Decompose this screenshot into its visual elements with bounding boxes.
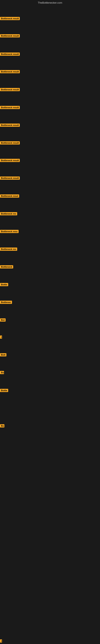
bottleneck-badge-16[interactable]: Bottle [0, 283, 8, 286]
bottleneck-result-row-21: Bo [0, 371, 4, 375]
bottleneck-badge-13[interactable]: Bottleneck resu [0, 230, 19, 233]
bottleneck-badge-9[interactable]: Bottleneck result [0, 159, 20, 162]
bottleneck-result-row-35: | [0, 639, 2, 644]
bottleneck-result-row-16: Bottle [0, 283, 8, 287]
bottleneck-result-row-14: Bottleneck res [0, 248, 17, 252]
bottleneck-badge-14[interactable]: Bottleneck res [0, 248, 17, 251]
bottleneck-badge-1[interactable]: Bottleneck result [0, 17, 20, 20]
bottleneck-badge-8[interactable]: Bottleneck result [0, 141, 20, 144]
bottleneck-badge-24[interactable]: Bo [0, 424, 4, 428]
bottleneck-result-row-1: Bottleneck result [0, 17, 20, 21]
bottleneck-result-row-12: Bottleneck res [0, 212, 17, 216]
bottleneck-result-row-17: Bottlenec [0, 301, 12, 305]
bottleneck-badge-18[interactable]: Bot [0, 318, 6, 322]
bottleneck-result-row-6: Bottleneck result [0, 106, 20, 110]
bottleneck-badge-21[interactable]: Bo [0, 371, 4, 374]
bottleneck-badge-19[interactable]: | [0, 336, 2, 339]
bottleneck-badge-22[interactable]: Bottle [0, 389, 8, 392]
bottleneck-badge-2[interactable]: Bottleneck result [0, 34, 20, 38]
bottleneck-result-row-18: Bot [0, 318, 6, 322]
bottleneck-result-row-5: Bottleneck result [0, 88, 20, 92]
bottleneck-badge-7[interactable]: Bottleneck result [0, 124, 20, 127]
bottleneck-badge-15[interactable]: Bottleneck [0, 265, 13, 268]
bottleneck-badge-35[interactable]: | [0, 639, 2, 642]
bottleneck-badge-6[interactable]: Bottleneck result [0, 106, 20, 109]
bottleneck-result-row-22: Bottle [0, 389, 8, 393]
bottleneck-result-row-3: Bottleneck result [0, 52, 20, 56]
bottleneck-result-row-4: Bottleneck result [0, 70, 20, 74]
bottleneck-result-row-8: Bottleneck result [0, 141, 20, 145]
bottleneck-result-row-15: Bottleneck [0, 265, 13, 269]
bottleneck-badge-5[interactable]: Bottleneck result [0, 88, 20, 91]
bottleneck-badge-20[interactable]: Bott [0, 353, 6, 356]
bottleneck-result-row-19: | [0, 336, 2, 340]
bottleneck-result-row-7: Bottleneck result [0, 124, 20, 128]
bottleneck-badge-11[interactable]: Bottleneck resul [0, 194, 19, 198]
bottleneck-result-row-24: Bo [0, 424, 4, 428]
bottleneck-result-row-10: Bottleneck result [0, 176, 20, 180]
bottleneck-badge-17[interactable]: Bottlenec [0, 301, 12, 304]
bottleneck-badge-4[interactable]: Bottleneck result [0, 70, 20, 73]
bottleneck-result-row-20: Bott [0, 353, 6, 357]
bottleneck-result-row-13: Bottleneck resu [0, 230, 19, 234]
bottleneck-result-row-9: Bottleneck result [0, 159, 20, 163]
bottleneck-result-row-2: Bottleneck result [0, 34, 20, 38]
bottleneck-badge-3[interactable]: Bottleneck result [0, 52, 20, 56]
bottleneck-badge-10[interactable]: Bottleneck result [0, 176, 20, 180]
bottleneck-result-row-11: Bottleneck resul [0, 194, 19, 198]
bottleneck-badge-12[interactable]: Bottleneck res [0, 212, 17, 215]
site-title: TheBottlenecker.com [0, 0, 100, 6]
